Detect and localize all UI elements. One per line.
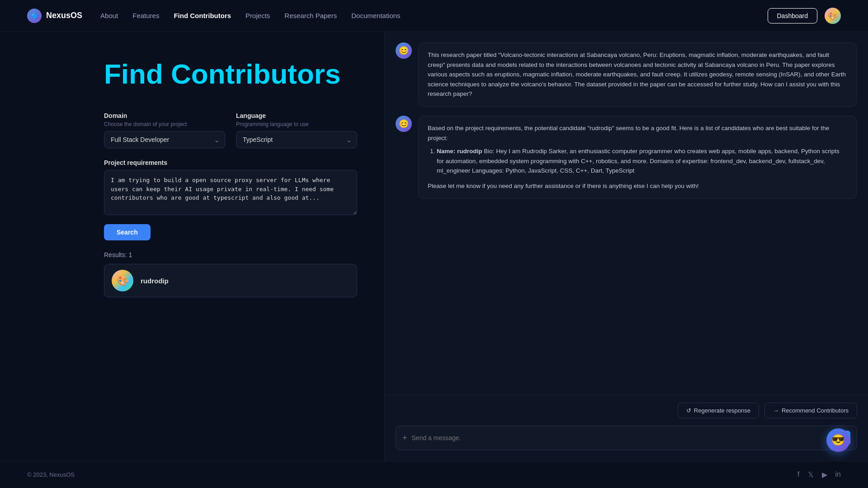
language-label: Language: [236, 112, 357, 119]
requirements-label: Project requirements: [104, 159, 357, 166]
footer: © 2023, NexusOS f 𝕏 ▶ in: [0, 461, 868, 488]
requirements-group: Project requirements I am trying to buil…: [104, 159, 357, 217]
bot-avatar-2: 😊: [396, 116, 412, 132]
twitter-icon[interactable]: 𝕏: [808, 470, 814, 479]
nav-features[interactable]: Features: [132, 12, 159, 19]
candidates-list: Name: rudrodip Bio: Hey I am Rudrodip Sa…: [428, 146, 847, 176]
domain-label: Domain: [104, 112, 225, 119]
navbar-left: 🔷 NexusOS About Features Find Contributo…: [27, 9, 401, 23]
navbar: 🔷 NexusOS About Features Find Contributo…: [0, 0, 868, 32]
dashboard-button[interactable]: Dashboard: [768, 8, 818, 23]
form-row-top: Domain Choose the domain of your project…: [104, 112, 357, 148]
nav-research-papers[interactable]: Research Papers: [284, 12, 337, 19]
chat-actions: ↺ Regenerate response → Recommend Contri…: [385, 395, 868, 426]
bot-avatar-1: 😊: [396, 42, 412, 59]
search-button[interactable]: Search: [104, 224, 151, 240]
regenerate-label: Regenerate response: [694, 407, 750, 414]
page-title: Find Contributors: [104, 59, 357, 89]
domain-sublabel: Choose the domain of your project: [104, 121, 225, 127]
domain-select-wrapper: Full Stack Developer Frontend Developer …: [104, 131, 225, 148]
results-label: Results: 1: [104, 251, 357, 258]
user-avatar[interactable]: 🎨: [825, 8, 841, 24]
linkedin-icon[interactable]: in: [835, 470, 841, 479]
nav-about[interactable]: About: [100, 12, 118, 19]
candidate-item-1: Name: rudrodip Bio: Hey I am Rudrodip Sa…: [437, 146, 847, 176]
contributor-card: 🎨 rudrodip: [104, 264, 357, 297]
recommend-contributors-button[interactable]: → Recommend Contributors: [764, 403, 857, 418]
youtube-icon[interactable]: ▶: [822, 470, 827, 479]
language-select[interactable]: TypeScript Python JavaScript Java Go Rus…: [236, 131, 357, 148]
regenerate-icon: ↺: [686, 407, 691, 414]
nav-links: About Features Find Contributors Project…: [100, 12, 401, 19]
requirements-textarea[interactable]: I am trying to build a open source proxy…: [104, 170, 357, 215]
chat-input-row: + ↑: [396, 426, 857, 450]
contributor-avatar: 🎨: [112, 270, 133, 291]
chat-text-outro: Please let me know if you need any furth…: [428, 181, 847, 191]
navbar-right: Dashboard 🎨: [768, 8, 841, 24]
language-sublabel: Programming language to use: [236, 121, 357, 127]
recommend-label: Recommend Contributors: [782, 407, 849, 414]
regenerate-button[interactable]: ↺ Regenerate response: [678, 403, 759, 418]
chat-messages: 😊 This research paper titled "Volcano-te…: [385, 32, 868, 395]
nav-find-contributors[interactable]: Find Contributors: [174, 12, 231, 19]
candidate-bio: Bio: Hey I am Rudrodip Sarker, an enthus…: [437, 148, 840, 174]
facebook-icon[interactable]: f: [797, 470, 799, 479]
left-panel: Find Contributors Domain Choose the doma…: [0, 32, 384, 461]
chat-message-2: 😊 Based on the project requirements, the…: [396, 116, 857, 199]
brand-name: NexusOS: [46, 11, 82, 20]
chat-input[interactable]: [412, 434, 831, 441]
main-layout: Find Contributors Domain Choose the doma…: [0, 32, 868, 461]
nav-projects[interactable]: Projects: [245, 12, 270, 19]
plus-icon[interactable]: +: [402, 433, 407, 443]
brand-icon: 🔷: [27, 9, 42, 23]
floating-chat-button[interactable]: 😎: [826, 428, 850, 452]
language-group: Language Programming language to use Typ…: [236, 112, 357, 148]
contributor-name: rudrodip: [141, 277, 169, 285]
domain-group: Domain Choose the domain of your project…: [104, 112, 225, 148]
language-select-wrapper: TypeScript Python JavaScript Java Go Rus…: [236, 131, 357, 148]
chat-message-1: 😊 This research paper titled "Volcano-te…: [396, 42, 857, 107]
footer-socials: f 𝕏 ▶ in: [797, 470, 841, 479]
nav-documentations[interactable]: Documentations: [351, 12, 400, 19]
domain-select[interactable]: Full Stack Developer Frontend Developer …: [104, 131, 225, 148]
recommend-icon: →: [773, 407, 779, 414]
candidate-name: Name: rudrodip: [437, 148, 482, 155]
floating-chat-icon: 😎: [831, 434, 845, 446]
chat-bubble-2: Based on the project requirements, the p…: [418, 116, 857, 199]
chat-bubble-1: This research paper titled "Volcano-tect…: [418, 42, 857, 107]
right-panel: 😊 This research paper titled "Volcano-te…: [384, 32, 868, 461]
chat-text-intro: Based on the project requirements, the p…: [428, 125, 829, 141]
footer-copyright: © 2023, NexusOS: [27, 471, 75, 478]
brand: 🔷 NexusOS: [27, 9, 82, 23]
